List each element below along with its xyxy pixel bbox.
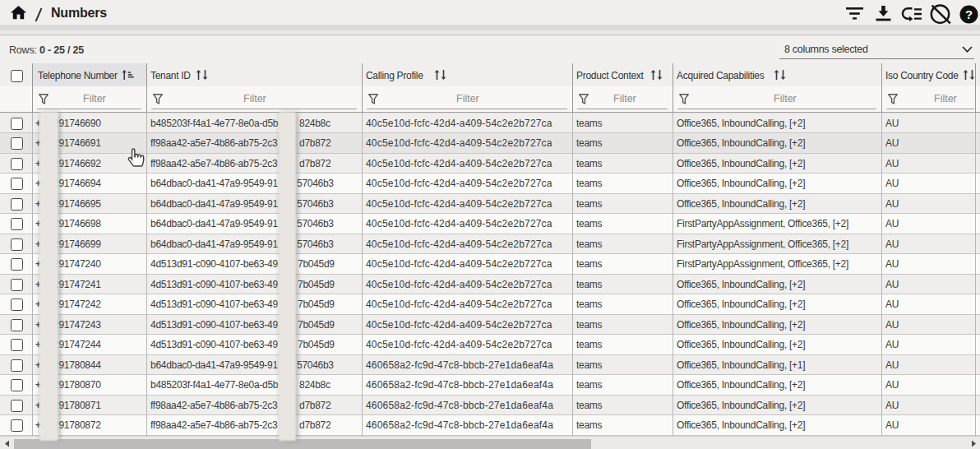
svg-text:?: ? [965, 8, 973, 21]
